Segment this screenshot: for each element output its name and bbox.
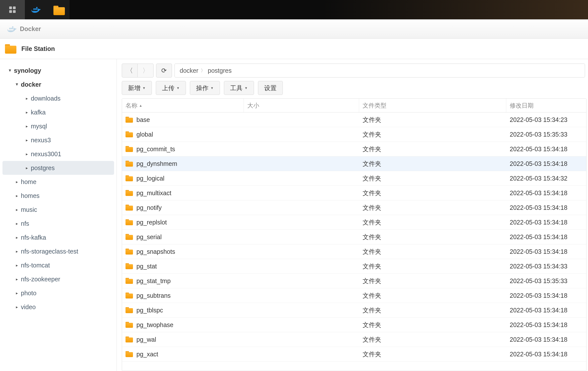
table-row[interactable]: pg_multixact文件夹2022-05-03 15:34:18 bbox=[122, 186, 586, 200]
taskbar-menu-button[interactable] bbox=[0, 0, 25, 19]
refresh-icon: ⟳ bbox=[161, 67, 167, 74]
file-name: pg_snapshots bbox=[136, 248, 175, 255]
cell-date: 2022-05-03 15:34:18 bbox=[506, 219, 586, 226]
table-row[interactable]: pg_replslot文件夹2022-05-03 15:34:18 bbox=[122, 215, 586, 230]
nav-back-button[interactable]: 〈 bbox=[122, 64, 138, 77]
cell-type: 文件夹 bbox=[359, 130, 506, 139]
cell-type: 文件夹 bbox=[359, 277, 506, 285]
upload-button[interactable]: 上传 ▼ bbox=[156, 81, 186, 95]
tree-item-mysql[interactable]: ▸mysql bbox=[0, 119, 117, 133]
cell-date: 2022-05-03 15:34:18 bbox=[506, 233, 586, 241]
table-row[interactable]: pg_xact文件夹2022-05-03 15:34:18 bbox=[122, 347, 586, 362]
create-button[interactable]: 新增 ▼ bbox=[122, 81, 152, 95]
tree-root-synology[interactable]: ▼ synology bbox=[0, 64, 117, 77]
tree-item-nfs-tomcat[interactable]: ▸nfs-tomcat bbox=[0, 258, 117, 272]
nav-refresh-button[interactable]: ⟳ bbox=[156, 64, 172, 77]
tree-item-nfs-zookeeper[interactable]: ▸nfs-zookeeper bbox=[0, 272, 117, 286]
cell-name: pg_stat_tmp bbox=[122, 277, 244, 285]
column-header-date[interactable]: 修改日期 bbox=[506, 99, 586, 112]
tool-button[interactable]: 工具 ▼ bbox=[224, 81, 254, 95]
cell-date: 2022-05-03 15:34:18 bbox=[506, 189, 586, 197]
cell-name: pg_subtrans bbox=[122, 292, 244, 299]
table-row[interactable]: pg_logical文件夹2022-05-03 15:34:32 bbox=[122, 171, 586, 186]
breadcrumb[interactable]: docker 〉 postgres bbox=[174, 64, 585, 77]
column-label: 名称 bbox=[126, 102, 137, 110]
file-name: pg_replslot bbox=[136, 219, 167, 226]
file-name: pg_stat bbox=[136, 263, 157, 270]
tree-item-nfs-storageclass-test[interactable]: ▸nfs-storageclass-test bbox=[0, 244, 117, 258]
cell-type: 文件夹 bbox=[359, 233, 506, 241]
table-row[interactable]: pg_commit_ts文件夹2022-05-03 15:34:18 bbox=[122, 142, 586, 156]
table-row[interactable]: pg_serial文件夹2022-05-03 15:34:18 bbox=[122, 230, 586, 244]
nav-forward-button[interactable]: 〉 bbox=[138, 64, 154, 77]
chevron-down-icon: ▼ bbox=[14, 82, 19, 87]
tree-item-nexus3001[interactable]: ▸nexus3001 bbox=[0, 147, 117, 161]
breadcrumb-part[interactable]: docker bbox=[180, 67, 198, 74]
cell-type: 文件夹 bbox=[359, 262, 506, 270]
cell-name: pg_dynshmem bbox=[122, 160, 244, 167]
table-row[interactable]: pg_snapshots文件夹2022-05-03 15:34:18 bbox=[122, 244, 586, 259]
chevron-right-icon: ▸ bbox=[24, 110, 29, 115]
cell-date: 2022-05-03 15:34:18 bbox=[506, 351, 586, 358]
file-name: pg_stat_tmp bbox=[136, 277, 171, 285]
tree-item-downloads[interactable]: ▸downloads bbox=[0, 91, 117, 105]
tree-label: nexus3001 bbox=[31, 150, 61, 158]
tree-item-nfs-kafka[interactable]: ▸nfs-kafka bbox=[0, 230, 117, 244]
caret-down-icon: ▼ bbox=[210, 86, 214, 90]
tree-item-nfs[interactable]: ▸nfs bbox=[0, 217, 117, 230]
folder-icon bbox=[126, 336, 133, 342]
cell-date: 2022-05-03 15:34:18 bbox=[506, 146, 586, 153]
file-name: pg_serial bbox=[136, 233, 162, 241]
taskbar bbox=[0, 0, 588, 19]
cell-date: 2022-05-03 15:34:18 bbox=[506, 160, 586, 167]
taskbar-filestation-button[interactable] bbox=[47, 0, 70, 19]
table-row[interactable]: pg_stat文件夹2022-05-03 15:34:33 bbox=[122, 259, 586, 274]
cell-type: 文件夹 bbox=[359, 160, 506, 168]
table-row[interactable]: base文件夹2022-05-03 15:34:23 bbox=[122, 112, 586, 127]
cell-date: 2022-05-03 15:34:33 bbox=[506, 263, 586, 270]
table-row[interactable]: pg_subtrans文件夹2022-05-03 15:34:18 bbox=[122, 288, 586, 303]
column-header-size[interactable]: 大小 bbox=[244, 99, 359, 112]
tree-item-postgres[interactable]: ▸postgres bbox=[2, 161, 114, 175]
sidebar-tree: ▼ synology ▼docker▸downloads▸kafka▸mysql… bbox=[0, 59, 117, 371]
table-row[interactable]: pg_notify文件夹2022-05-03 15:34:18 bbox=[122, 200, 586, 215]
table-row[interactable]: pg_stat_tmp文件夹2022-05-03 15:35:33 bbox=[122, 274, 586, 288]
cell-date: 2022-05-03 15:34:18 bbox=[506, 307, 586, 314]
table-row[interactable]: pg_wal文件夹2022-05-03 15:34:18 bbox=[122, 332, 586, 347]
tree-item-docker[interactable]: ▼docker bbox=[0, 77, 117, 91]
table-row[interactable]: pg_twophase文件夹2022-05-03 15:34:18 bbox=[122, 318, 586, 332]
grid-icon bbox=[9, 6, 16, 13]
tree-label: nfs-storageclass-test bbox=[21, 248, 78, 255]
tree-item-home[interactable]: ▸home bbox=[0, 175, 117, 189]
tree-item-photo[interactable]: ▸photo bbox=[0, 286, 117, 300]
file-name: pg_twophase bbox=[136, 321, 173, 329]
breadcrumb-part[interactable]: postgres bbox=[208, 67, 232, 74]
tree-label: synology bbox=[14, 67, 41, 74]
chevron-right-icon: 〉 bbox=[201, 68, 205, 74]
cell-name: pg_notify bbox=[122, 204, 244, 211]
tree-item-kafka[interactable]: ▸kafka bbox=[0, 105, 117, 119]
tree-item-music[interactable]: ▸music bbox=[0, 203, 117, 217]
tree-label: docker bbox=[21, 81, 41, 88]
table-row[interactable]: global文件夹2022-05-03 15:35:33 bbox=[122, 127, 586, 142]
column-header-name[interactable]: 名称 ▲ bbox=[122, 99, 244, 112]
chevron-right-icon: ▸ bbox=[24, 152, 29, 156]
taskbar-docker-button[interactable] bbox=[25, 0, 47, 19]
table-row[interactable]: pg_tblspc文件夹2022-05-03 15:34:18 bbox=[122, 303, 586, 318]
action-row: 新增 ▼ 上传 ▼ 操作 ▼ 工具 ▼ 设置 bbox=[122, 81, 588, 95]
tree-item-homes[interactable]: ▸homes bbox=[0, 189, 117, 203]
table-row[interactable]: pg_dynshmem文件夹2022-05-03 15:34:18 bbox=[122, 156, 586, 171]
folder-icon bbox=[126, 263, 133, 269]
folder-icon bbox=[126, 278, 133, 284]
tree-item-nexus3[interactable]: ▸nexus3 bbox=[0, 133, 117, 147]
tree-label: nfs-zookeeper bbox=[21, 276, 60, 283]
chevron-right-icon: ▸ bbox=[14, 235, 19, 240]
tree-label: music bbox=[21, 206, 37, 213]
action-button[interactable]: 操作 ▼ bbox=[190, 81, 220, 95]
settings-button[interactable]: 设置 bbox=[258, 81, 283, 95]
filestation-title: File Station bbox=[21, 45, 55, 52]
column-header-type[interactable]: 文件类型 bbox=[359, 99, 506, 112]
button-label: 新增 bbox=[128, 84, 140, 92]
tree-item-video[interactable]: ▸video bbox=[0, 300, 117, 314]
docker-header: Docker bbox=[0, 19, 588, 39]
